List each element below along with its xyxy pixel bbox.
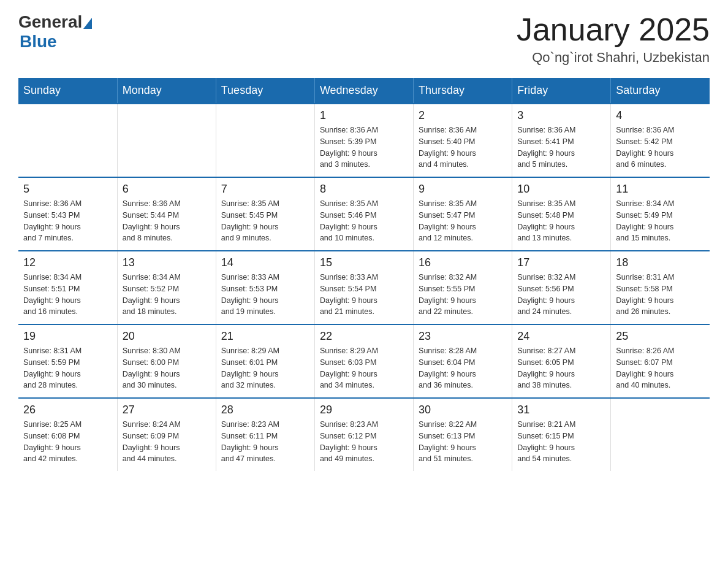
day-number: 29 (320, 404, 408, 416)
day-number: 15 (320, 256, 408, 269)
day-number: 4 (616, 109, 705, 122)
day-number: 7 (221, 183, 309, 196)
calendar-cell: 9Sunrise: 8:35 AM Sunset: 5:47 PM Daylig… (414, 177, 512, 251)
calendar-cell: 10Sunrise: 8:35 AM Sunset: 5:48 PM Dayli… (512, 177, 611, 251)
day-info: Sunrise: 8:29 AM Sunset: 6:03 PM Dayligh… (320, 345, 408, 391)
day-info: Sunrise: 8:34 AM Sunset: 5:51 PM Dayligh… (23, 272, 112, 318)
calendar-cell: 13Sunrise: 8:34 AM Sunset: 5:52 PM Dayli… (117, 251, 216, 324)
day-number: 22 (320, 330, 408, 343)
day-info: Sunrise: 8:25 AM Sunset: 6:08 PM Dayligh… (23, 419, 112, 465)
day-number: 28 (221, 404, 309, 416)
calendar-cell: 18Sunrise: 8:31 AM Sunset: 5:58 PM Dayli… (611, 251, 710, 324)
location-text: Qo`ng`irot Shahri, Uzbekistan (517, 50, 710, 66)
calendar-day-header: Monday (117, 78, 216, 104)
day-info: Sunrise: 8:35 AM Sunset: 5:48 PM Dayligh… (517, 198, 605, 244)
day-info: Sunrise: 8:35 AM Sunset: 5:47 PM Dayligh… (419, 198, 507, 244)
calendar-cell: 14Sunrise: 8:33 AM Sunset: 5:53 PM Dayli… (216, 251, 314, 324)
calendar-cell (611, 398, 710, 471)
day-number: 3 (517, 109, 605, 122)
calendar-week-row: 5Sunrise: 8:36 AM Sunset: 5:43 PM Daylig… (18, 177, 710, 251)
day-info: Sunrise: 8:27 AM Sunset: 6:05 PM Dayligh… (517, 345, 605, 391)
day-number: 25 (616, 330, 705, 343)
calendar-day-header: Friday (512, 78, 611, 104)
calendar-cell: 30Sunrise: 8:22 AM Sunset: 6:13 PM Dayli… (414, 398, 512, 471)
logo: General Blue (18, 12, 92, 52)
calendar-cell: 12Sunrise: 8:34 AM Sunset: 5:51 PM Dayli… (18, 251, 117, 324)
day-info: Sunrise: 8:35 AM Sunset: 5:46 PM Dayligh… (320, 198, 408, 244)
calendar-cell: 27Sunrise: 8:24 AM Sunset: 6:09 PM Dayli… (117, 398, 216, 471)
day-number: 16 (419, 256, 507, 269)
calendar-week-row: 19Sunrise: 8:31 AM Sunset: 5:59 PM Dayli… (18, 324, 710, 398)
day-info: Sunrise: 8:36 AM Sunset: 5:44 PM Dayligh… (123, 198, 211, 244)
calendar-cell: 16Sunrise: 8:32 AM Sunset: 5:55 PM Dayli… (414, 251, 512, 324)
day-info: Sunrise: 8:31 AM Sunset: 5:59 PM Dayligh… (23, 345, 112, 391)
logo-general-text: General (18, 12, 82, 32)
calendar-cell: 24Sunrise: 8:27 AM Sunset: 6:05 PM Dayli… (512, 324, 611, 398)
calendar-header-row: SundayMondayTuesdayWednesdayThursdayFrid… (18, 78, 710, 104)
day-info: Sunrise: 8:34 AM Sunset: 5:52 PM Dayligh… (123, 272, 211, 318)
day-number: 8 (320, 183, 408, 196)
day-info: Sunrise: 8:36 AM Sunset: 5:43 PM Dayligh… (23, 198, 112, 244)
calendar-week-row: 26Sunrise: 8:25 AM Sunset: 6:08 PM Dayli… (18, 398, 710, 471)
day-number: 18 (616, 256, 705, 269)
day-number: 27 (123, 404, 211, 416)
calendar-cell: 8Sunrise: 8:35 AM Sunset: 5:46 PM Daylig… (314, 177, 413, 251)
day-number: 26 (23, 404, 112, 416)
calendar-cell: 7Sunrise: 8:35 AM Sunset: 5:45 PM Daylig… (216, 177, 314, 251)
calendar-cell: 3Sunrise: 8:36 AM Sunset: 5:41 PM Daylig… (512, 104, 611, 177)
day-number: 20 (123, 330, 211, 343)
day-number: 10 (517, 183, 605, 196)
day-number: 19 (23, 330, 112, 343)
day-info: Sunrise: 8:33 AM Sunset: 5:54 PM Dayligh… (320, 272, 408, 318)
day-number: 2 (419, 109, 507, 122)
day-number: 11 (616, 183, 705, 196)
day-number: 6 (123, 183, 211, 196)
calendar-cell: 31Sunrise: 8:21 AM Sunset: 6:15 PM Dayli… (512, 398, 611, 471)
calendar-cell (117, 104, 216, 177)
day-info: Sunrise: 8:29 AM Sunset: 6:01 PM Dayligh… (221, 345, 309, 391)
calendar-week-row: 1Sunrise: 8:36 AM Sunset: 5:39 PM Daylig… (18, 104, 710, 177)
calendar-cell (216, 104, 314, 177)
day-info: Sunrise: 8:22 AM Sunset: 6:13 PM Dayligh… (419, 419, 507, 465)
day-info: Sunrise: 8:31 AM Sunset: 5:58 PM Dayligh… (616, 272, 705, 318)
calendar-cell: 29Sunrise: 8:23 AM Sunset: 6:12 PM Dayli… (314, 398, 413, 471)
day-info: Sunrise: 8:24 AM Sunset: 6:09 PM Dayligh… (123, 419, 211, 465)
calendar-cell: 20Sunrise: 8:30 AM Sunset: 6:00 PM Dayli… (117, 324, 216, 398)
calendar-day-header: Tuesday (216, 78, 314, 104)
calendar-cell: 2Sunrise: 8:36 AM Sunset: 5:40 PM Daylig… (414, 104, 512, 177)
calendar-cell: 6Sunrise: 8:36 AM Sunset: 5:44 PM Daylig… (117, 177, 216, 251)
day-info: Sunrise: 8:23 AM Sunset: 6:12 PM Dayligh… (320, 419, 408, 465)
day-info: Sunrise: 8:26 AM Sunset: 6:07 PM Dayligh… (616, 345, 705, 391)
day-info: Sunrise: 8:36 AM Sunset: 5:40 PM Dayligh… (419, 124, 507, 170)
calendar-cell: 23Sunrise: 8:28 AM Sunset: 6:04 PM Dayli… (414, 324, 512, 398)
calendar-cell: 11Sunrise: 8:34 AM Sunset: 5:49 PM Dayli… (611, 177, 710, 251)
calendar-cell: 28Sunrise: 8:23 AM Sunset: 6:11 PM Dayli… (216, 398, 314, 471)
day-number: 30 (419, 404, 507, 416)
day-number: 14 (221, 256, 309, 269)
day-info: Sunrise: 8:35 AM Sunset: 5:45 PM Dayligh… (221, 198, 309, 244)
day-info: Sunrise: 8:28 AM Sunset: 6:04 PM Dayligh… (419, 345, 507, 391)
day-number: 9 (419, 183, 507, 196)
day-info: Sunrise: 8:33 AM Sunset: 5:53 PM Dayligh… (221, 272, 309, 318)
day-number: 13 (123, 256, 211, 269)
calendar-cell: 1Sunrise: 8:36 AM Sunset: 5:39 PM Daylig… (314, 104, 413, 177)
title-area: January 2025 Qo`ng`irot Shahri, Uzbekist… (517, 12, 710, 66)
logo-blue-text: Blue (20, 32, 57, 51)
day-number: 17 (517, 256, 605, 269)
calendar-cell: 19Sunrise: 8:31 AM Sunset: 5:59 PM Dayli… (18, 324, 117, 398)
month-title: January 2025 (517, 12, 710, 47)
calendar-cell: 5Sunrise: 8:36 AM Sunset: 5:43 PM Daylig… (18, 177, 117, 251)
day-info: Sunrise: 8:32 AM Sunset: 5:56 PM Dayligh… (517, 272, 605, 318)
day-info: Sunrise: 8:23 AM Sunset: 6:11 PM Dayligh… (221, 419, 309, 465)
day-number: 23 (419, 330, 507, 343)
calendar-day-header: Thursday (414, 78, 512, 104)
calendar-day-header: Sunday (18, 78, 117, 104)
day-number: 12 (23, 256, 112, 269)
logo-triangle-icon (83, 18, 92, 29)
day-info: Sunrise: 8:34 AM Sunset: 5:49 PM Dayligh… (616, 198, 705, 244)
calendar-cell (18, 104, 117, 177)
day-number: 5 (23, 183, 112, 196)
day-number: 31 (517, 404, 605, 416)
calendar-day-header: Wednesday (314, 78, 413, 104)
calendar-day-header: Saturday (611, 78, 710, 104)
